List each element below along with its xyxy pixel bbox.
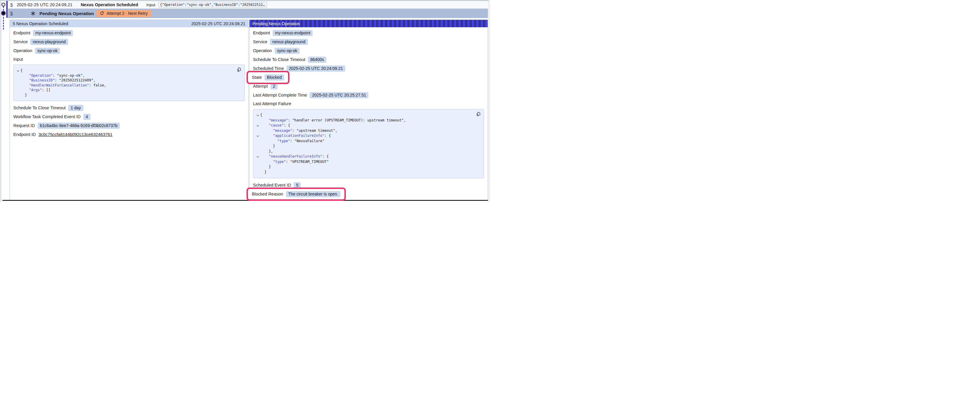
field-row-schedule-to-close-timeout: Schedule To Close Timeout1 day [13, 105, 245, 111]
input-preview-chip[interactable]: {"Operation":"sync-op-ok","BusinessID":"… [158, 2, 267, 8]
field-row-service: Servicenexus-playground [253, 39, 484, 44]
json-line: "applicationFailureInfo": { [255, 133, 481, 139]
field-value-chip: 2025-02-25 UTC 20:25:27.51 [310, 92, 368, 98]
event-row-pending-nexus-operation[interactable]: 5 Pending Nexus Operation Attempt 2 · Ne… [8, 9, 488, 18]
highlight-annotation: StateBlocked [247, 71, 290, 84]
json-line: "Args": [] [16, 88, 242, 93]
collapse-caret-icon[interactable] [256, 124, 259, 127]
field-value-chip: my-nexus-endpoint [273, 30, 313, 36]
failure-json-viewer: { "message": "handler error (UPSTREAM_TI… [253, 109, 484, 178]
field-value-chip: sync-op-ok [275, 48, 299, 54]
field-label: Scheduled Time [253, 66, 284, 71]
field-value-chip: my-nexus-endpoint [33, 30, 73, 36]
event-title: Nexus Operation Scheduled [81, 2, 138, 7]
copy-button[interactable] [237, 67, 242, 73]
event-history-page: 5 2025-02-25 UTC 20:24:09.21 Nexus Opera… [0, 0, 490, 202]
field-row-schedule-to-close-timeout: Schedule To Close Timeout86400s [253, 57, 484, 62]
collapse-caret-icon[interactable] [256, 155, 259, 158]
field-value-chip: nexus-playground [30, 39, 68, 45]
collapse-caret-icon[interactable] [256, 114, 259, 116]
timeline-node-open-icon[interactable] [2, 3, 5, 6]
json-line: { [16, 68, 242, 73]
event-detail-panel-scheduled: 5 Nexus Operation Scheduled 2025-02-25 U… [10, 19, 248, 200]
retry-icon [100, 11, 104, 16]
json-line: "type": "NexusFailure" [255, 139, 481, 144]
field-label: Schedule To Close Timeout [253, 57, 305, 62]
field-row-attempt: Attempt2 [253, 84, 484, 89]
scrollbar[interactable] [488, 0, 490, 202]
event-id-link[interactable]: 5 [10, 2, 13, 7]
field-label: Operation [13, 48, 32, 53]
copy-button[interactable] [476, 112, 481, 117]
panel-timestamp: 2025-02-25 UTC 20:24:09.21 [191, 21, 245, 26]
selected-event-bar [6, 1, 8, 18]
panel-header-pending: Pending Nexus Operation [250, 20, 488, 27]
field-label: Operation [253, 48, 272, 53]
field-row-endpoint: Endpointmy-nexus-endpoint [253, 30, 484, 36]
field-value-chip: 1 day [68, 105, 83, 111]
event-timestamp: 2025-02-25 UTC 20:24:09.21 [17, 2, 72, 7]
field-row-operation: Operationsync-op-ok [253, 48, 484, 53]
field-label: Service [253, 40, 267, 44]
field-value-chip: b1c6a4bc-8ee7-468a-9169-df3b02c8737b [38, 123, 120, 129]
bottom-divider [2, 200, 488, 201]
field-row-state: StateBlocked [253, 74, 484, 80]
timeline-connector [3, 3, 4, 30]
collapse-caret-icon[interactable] [256, 135, 259, 137]
field-value-chip: 4 [83, 114, 91, 120]
field-row-endpoint: Endpointmy-nexus-endpoint [13, 30, 245, 36]
field-label: Attempt [253, 84, 268, 89]
timeline-node-current-icon[interactable] [2, 11, 5, 15]
panel-title: 5 Nexus Operation Scheduled [13, 21, 68, 26]
retry-badge: Attempt 2 · Next Retry [97, 10, 151, 17]
field-row-scheduled-time: Scheduled Time2025-02-25 UTC 20:24:09.21 [253, 66, 484, 71]
json-line: }, [255, 149, 481, 154]
failure-section-label: Last Attempt Failure [253, 101, 484, 107]
highlight-annotation: Blocked ReasonThe circuit breaker is ope… [247, 187, 346, 201]
field-row-request-id: Request IDb1c6a4bc-8ee7-468a-9169-df3b02… [13, 123, 245, 128]
json-line: "BusinessID": "20250225122409", [16, 78, 242, 83]
field-value-link[interactable]: 3c0c75ccfa8144b092c13ce632463761 [38, 132, 112, 137]
retry-badge-label: Attempt 2 · Next Retry [107, 11, 147, 16]
json-line: } [255, 144, 481, 149]
field-value-chip: 2025-02-25 UTC 20:24:09.21 [286, 65, 345, 72]
field-row-last-attempt-complete-time: Last Attempt Complete Time2025-02-25 UTC… [253, 92, 484, 98]
pending-operation-star-icon [30, 11, 36, 16]
json-line: "message": "upstream timeout", [255, 128, 481, 133]
field-label: Endpoint [253, 30, 270, 35]
field-label: Endpoint [13, 30, 30, 35]
field-value-chip: 86400s [308, 57, 326, 63]
timeline-gutter [0, 0, 8, 38]
field-row-endpoint-id: Endpoint ID3c0c75ccfa8144b092c13ce632463… [13, 132, 245, 137]
field-row-workflow-task-completed-event-id: Workflow Task Completed Event ID4 [13, 114, 245, 119]
panel-title: Pending Nexus Operation [252, 21, 300, 26]
copy-icon [476, 112, 481, 116]
field-row-operation: Operationsync-op-ok [13, 48, 245, 53]
field-row-service: Servicenexus-playground [13, 39, 245, 44]
field-label: Endpoint ID [13, 132, 36, 137]
json-line: "HandlerWaitForCancellation": false, [16, 83, 242, 88]
event-id-link[interactable]: 5 [10, 11, 13, 16]
field-label: Scheduled Event ID [253, 183, 291, 187]
input-json-viewer: { "Operation": "sync-op-ok", "BusinessID… [13, 65, 245, 101]
json-line: { [255, 112, 481, 118]
event-detail-panel-pending: Pending Nexus Operation Endpointmy-nexus… [249, 19, 488, 200]
collapse-caret-icon[interactable] [17, 69, 19, 72]
json-line: "type": "UPSTREAM_TIMEOUT" [255, 159, 481, 165]
json-line: } [255, 165, 481, 170]
event-row-nexus-operation-scheduled[interactable]: 5 2025-02-25 UTC 20:24:09.21 Nexus Opera… [8, 1, 488, 9]
field-value-chip: nexus-playground [270, 39, 308, 45]
field-label: Last Attempt Complete Time [253, 93, 307, 97]
input-label: Input [146, 3, 156, 7]
copy-icon [237, 67, 242, 72]
json-line: } [255, 170, 481, 175]
field-value-chip: Blocked [264, 74, 284, 81]
json-line: } [16, 93, 242, 98]
input-section-label: Input [13, 57, 245, 62]
json-line: "message": "handler error (UPSTREAM_TIME… [255, 118, 481, 123]
field-label: Request ID [13, 123, 35, 128]
json-line: "Operation": "sync-op-ok", [16, 73, 242, 78]
json-line: "cause": { [255, 123, 481, 128]
field-label: State [252, 75, 262, 80]
field-label: Schedule To Close Timeout [13, 105, 65, 110]
